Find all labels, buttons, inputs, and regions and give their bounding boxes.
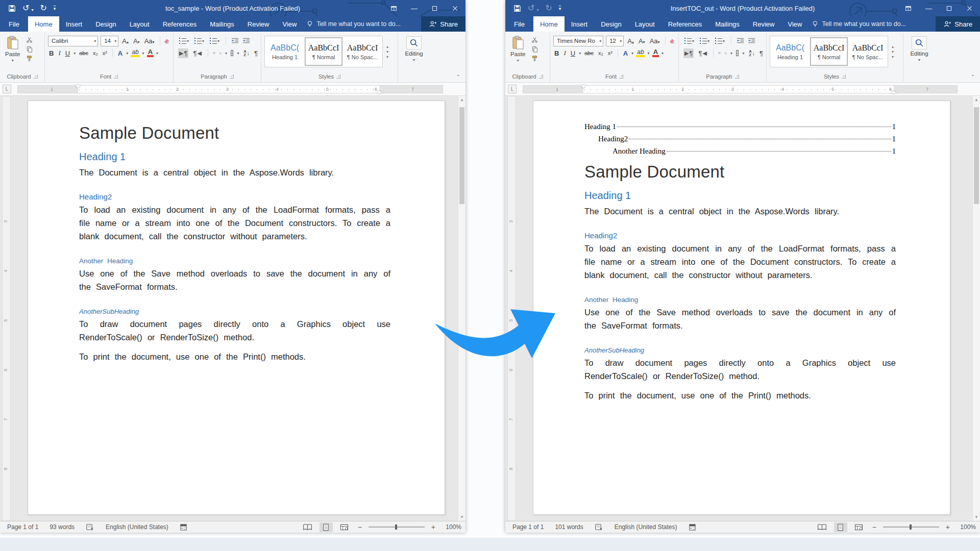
- styles-dialog-launcher-icon[interactable]: [336, 74, 340, 79]
- styles-scroll-up-icon[interactable]: ▴: [892, 45, 894, 48]
- minimize-button[interactable]: —: [411, 5, 418, 12]
- scroll-up-icon[interactable]: ▲: [973, 96, 980, 104]
- decrease-indent-icon[interactable]: [737, 38, 744, 44]
- rtl-paragraph-button[interactable]: ¶◀: [697, 48, 707, 58]
- undo-icon[interactable]: ↺: [22, 4, 29, 12]
- shading-icon[interactable]: [724, 50, 727, 57]
- shrink-font-button[interactable]: A▾: [638, 37, 646, 45]
- heading-3[interactable]: Another Heading: [584, 296, 896, 304]
- style-normal[interactable]: AaBbCcI ¶ Normal: [810, 37, 848, 66]
- show-formatting-marks-button[interactable]: ¶: [254, 49, 258, 57]
- underline-button[interactable]: U: [64, 49, 71, 57]
- sub-heading[interactable]: AnotherSubHeading: [584, 346, 896, 354]
- change-case-button[interactable]: Aa▾: [143, 37, 156, 45]
- close-button[interactable]: [966, 5, 973, 12]
- paragraph-dialog-launcher-icon[interactable]: [735, 74, 739, 79]
- zoom-in-button[interactable]: +: [430, 523, 437, 531]
- clipboard-dialog-launcher-icon[interactable]: [34, 74, 38, 79]
- customize-qat-icon[interactable]: ▾: [54, 6, 56, 11]
- styles-more-icon[interactable]: ▾: [386, 55, 388, 59]
- subscript-button[interactable]: x₂: [92, 50, 99, 56]
- text-effects-button[interactable]: A: [117, 49, 124, 57]
- collapse-ribbon-icon[interactable]: ⌃: [971, 74, 975, 80]
- horizontal-ruler[interactable]: 1 1 2 3 4 5 6 7: [523, 85, 958, 93]
- save-icon[interactable]: [513, 5, 521, 12]
- zoom-slider-thumb[interactable]: [910, 524, 912, 530]
- page-indicator[interactable]: Page 1 of 1: [7, 523, 38, 531]
- zoom-percentage[interactable]: 100%: [442, 523, 461, 531]
- scrollbar-thumb[interactable]: [459, 107, 464, 204]
- paragraph[interactable]: To load an existing document in any of t…: [584, 242, 896, 282]
- sort-button[interactable]: AZ↓: [748, 48, 756, 58]
- editing-dropdown-icon[interactable]: ▾: [918, 58, 920, 62]
- highlight-color-button[interactable]: ab: [131, 49, 139, 57]
- bold-button[interactable]: B: [553, 49, 560, 57]
- document-page[interactable]: Heading 11 Heading21 Another Heading1 Sa…: [533, 101, 950, 515]
- macro-recording-icon[interactable]: [180, 523, 187, 531]
- styles-scroll-down-icon[interactable]: ▾: [386, 50, 388, 54]
- tab-home[interactable]: Home: [28, 16, 59, 32]
- proofing-status-icon[interactable]: [86, 523, 94, 531]
- paragraph[interactable]: To draw document pages directly onto a G…: [79, 317, 390, 344]
- strikethrough-button[interactable]: abc: [583, 50, 595, 56]
- shading-icon[interactable]: [219, 50, 222, 57]
- copy-icon[interactable]: [26, 46, 33, 53]
- italic-button[interactable]: I: [57, 49, 61, 57]
- strikethrough-button[interactable]: abc: [78, 50, 89, 56]
- customize-qat-icon[interactable]: ▾: [559, 6, 561, 11]
- tab-insert[interactable]: Insert: [565, 16, 595, 32]
- increase-indent-icon[interactable]: [242, 38, 250, 44]
- tab-home[interactable]: Home: [533, 16, 565, 32]
- document-title[interactable]: Sample Document: [79, 123, 390, 143]
- underline-button[interactable]: U: [570, 49, 576, 57]
- right-indent-marker[interactable]: [891, 88, 896, 93]
- collapse-ribbon-icon[interactable]: ⌃: [456, 74, 460, 80]
- zoom-slider-thumb[interactable]: [395, 524, 397, 530]
- zoom-slider[interactable]: [369, 527, 425, 528]
- editing-button[interactable]: Editing ▾: [401, 36, 427, 62]
- undo-dropdown-icon[interactable]: ▾: [31, 8, 33, 12]
- ribbon-display-options-icon[interactable]: [390, 5, 397, 12]
- style-no-spacing[interactable]: AaBbCcI ¶ No Spac...: [849, 37, 887, 66]
- tab-layout[interactable]: Layout: [628, 16, 662, 32]
- heading-1[interactable]: Heading 1: [79, 151, 390, 163]
- subscript-button[interactable]: x₂: [597, 50, 604, 56]
- tab-layout[interactable]: Layout: [123, 16, 156, 32]
- cut-icon[interactable]: [26, 37, 33, 43]
- scroll-up-icon[interactable]: ▲: [458, 96, 465, 104]
- bold-button[interactable]: B: [48, 49, 55, 57]
- font-color-button[interactable]: A: [652, 49, 659, 57]
- editing-dropdown-icon[interactable]: ▾: [413, 58, 415, 62]
- styles-dialog-launcher-icon[interactable]: [842, 74, 846, 79]
- print-layout-button[interactable]: [834, 522, 847, 532]
- paragraph[interactable]: Use one of the Save method overloads to …: [79, 267, 390, 293]
- heading-1[interactable]: Heading 1: [584, 190, 896, 202]
- font-dialog-launcher-icon[interactable]: [619, 74, 623, 79]
- style-no-spacing[interactable]: AaBbCcI ¶ No Spac...: [344, 37, 381, 66]
- rtl-paragraph-button[interactable]: ¶◀: [192, 48, 202, 58]
- sort-button[interactable]: AZ↓: [242, 48, 251, 58]
- macro-recording-icon[interactable]: [689, 523, 696, 531]
- heading-2[interactable]: Heading2: [584, 231, 896, 240]
- line-spacing-icon[interactable]: [213, 50, 215, 56]
- redo-icon[interactable]: ↻: [545, 4, 552, 12]
- grow-font-button[interactable]: A▴: [121, 37, 130, 45]
- zoom-slider[interactable]: [883, 527, 939, 528]
- paste-button[interactable]: Paste ▾: [5, 36, 20, 71]
- paste-dropdown-icon[interactable]: ▾: [517, 58, 519, 63]
- style-normal[interactable]: AaBbCcI ¶ Normal: [305, 37, 342, 66]
- zoom-percentage[interactable]: 100%: [957, 523, 976, 531]
- cut-icon[interactable]: [531, 37, 538, 43]
- paragraph[interactable]: To draw document pages directly onto a G…: [584, 356, 896, 383]
- tab-mailings[interactable]: Mailings: [203, 16, 241, 32]
- italic-button[interactable]: I: [562, 49, 567, 57]
- tab-review[interactable]: Review: [746, 16, 781, 32]
- word-count[interactable]: 93 words: [50, 523, 75, 531]
- paste-button[interactable]: Paste ▾: [510, 36, 525, 71]
- undo-dropdown-icon[interactable]: ▾: [536, 8, 538, 12]
- scroll-down-icon[interactable]: ▼: [973, 513, 980, 521]
- paragraph[interactable]: To print the document, use one of the Pr…: [79, 350, 390, 363]
- redo-icon[interactable]: ↻: [40, 4, 46, 12]
- tab-insert[interactable]: Insert: [59, 16, 89, 32]
- bullets-button[interactable]: ▾: [178, 37, 190, 45]
